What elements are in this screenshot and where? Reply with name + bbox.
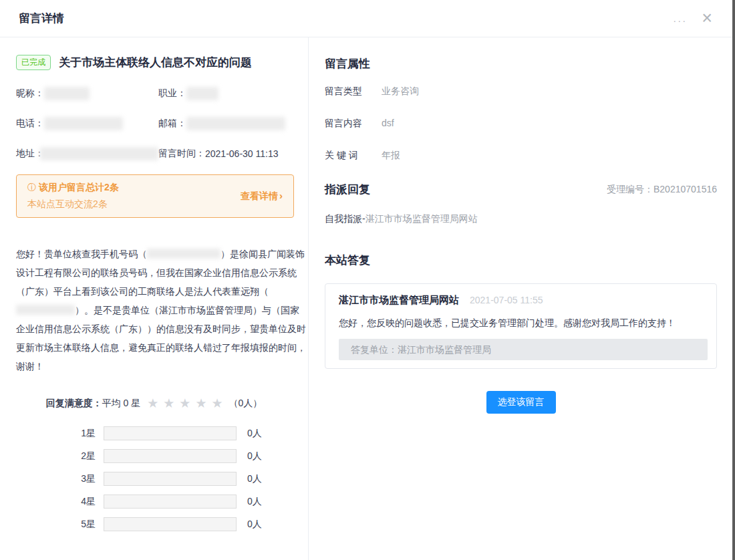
modal-header: 留言详情 ··· × (0, 0, 735, 37)
reply-timestamp: 2021-07-05 11:55 (470, 295, 543, 305)
rating-row-count: 0人 (247, 496, 262, 508)
notice-total-text: 该用户留言总计2条 (39, 182, 119, 192)
reply-unit: 答复单位：湛江市市场监督管理局 (339, 339, 708, 360)
rating-bar (104, 495, 237, 509)
star-icons: ★★★★★ (147, 396, 227, 410)
select-publish-button[interactable]: 选登该留言 (486, 391, 556, 414)
satisfaction-average: 平均 0 星 (102, 398, 141, 408)
rating-bar (104, 449, 237, 463)
notice-site-line: 本站点互动交流2条 (27, 198, 119, 211)
email-label: 邮箱： (158, 118, 186, 130)
sender-info-grid: 昵称： 职业： 电话： 邮箱： 地址： (16, 87, 292, 160)
info-icon: ⓘ (27, 182, 36, 192)
rating-row-count: 0人 (247, 450, 262, 462)
view-details-link[interactable]: 查看详情› (241, 190, 283, 202)
redacted-email (186, 117, 285, 130)
attribute-value: dsf (382, 118, 394, 130)
status-badge: 已完成 (16, 55, 51, 70)
assign-heading: 指派回复 (325, 182, 370, 197)
rating-row-count: 0人 (247, 473, 262, 485)
rating-row-count: 0人 (247, 519, 262, 531)
occupation-field: 职业： (158, 87, 292, 100)
chevron-right-icon: › (279, 190, 283, 201)
redacted-contact-inline (16, 305, 75, 315)
rating-row-4star: 4星 0人 (63, 495, 292, 509)
satisfaction-summary: 回复满意度：平均 0 星★★★★★（0人） (16, 396, 292, 411)
body-text: ）。是不是贵单位（湛江市市场监督管理局）与（国家企业信用信息公示系统（广东））的… (16, 305, 306, 372)
reply-panel: 留言属性 留言类型 业务咨询 留言内容 dsf 关 键 词 年报 指派回复 受理… (309, 37, 735, 560)
redacted-phone-inline (147, 249, 220, 259)
header-actions: ··· × (673, 9, 712, 27)
redacted-occupation (186, 87, 218, 100)
view-details-label: 查看详情 (241, 190, 278, 201)
attribute-row-keyword: 关 键 词 年报 (325, 150, 717, 162)
action-area: 选登该留言 (325, 391, 717, 414)
assignee-site: 湛江市市场监督管理局网站 (365, 213, 478, 224)
attribute-row-content: 留言内容 dsf (325, 118, 717, 130)
rating-row-1star: 1星 0人 (63, 426, 292, 440)
reply-card-header: 湛江市市场监督管理局网站 2021-07-05 11:55 (339, 294, 708, 307)
rating-row-label: 4星 (63, 496, 96, 508)
redacted-address (40, 147, 158, 160)
reply-heading: 本站答复 (325, 253, 717, 268)
reply-author: 湛江市市场监督管理局网站 (339, 294, 459, 307)
redacted-nickname (44, 87, 90, 100)
message-panel: 已完成 关于市场主体联络人信息不对应的问题 昵称： 职业： 电话： 邮箱： (0, 37, 309, 560)
rating-bar (104, 426, 237, 440)
more-icon[interactable]: ··· (673, 11, 687, 25)
rating-row-2star: 2星 0人 (63, 449, 292, 463)
occupation-label: 职业： (158, 88, 186, 100)
rating-row-label: 1星 (63, 428, 96, 440)
message-time-label: 留言时间： (158, 148, 205, 160)
message-detail-modal: 留言详情 ··· × 已完成 关于市场主体联络人信息不对应的问题 昵称： 职业： (0, 0, 735, 560)
address-field: 地址： (16, 147, 158, 160)
user-message-count-notice: ⓘ该用户留言总计2条 本站点互动交流2条 查看详情› (16, 174, 294, 218)
case-number: 受理编号：B20210701516 (607, 184, 717, 196)
attribute-label: 留言类型 (325, 86, 382, 98)
rating-row-count: 0人 (247, 428, 262, 440)
message-title: 关于市场主体联络人信息不对应的问题 (59, 55, 252, 70)
rating-row-3star: 3星 0人 (63, 472, 292, 486)
rating-row-label: 3星 (63, 473, 96, 485)
redacted-phone (44, 117, 123, 130)
page-title: 留言详情 (19, 11, 64, 26)
close-icon[interactable]: × (702, 9, 712, 27)
attributes-heading: 留言属性 (325, 56, 717, 72)
attribute-label: 留言内容 (325, 118, 382, 130)
email-field: 邮箱： (158, 117, 292, 130)
rating-bar (104, 472, 237, 486)
rating-row-label: 2星 (63, 450, 96, 462)
scrollbar[interactable] (732, 0, 735, 560)
attribute-value: 业务咨询 (382, 86, 419, 98)
rating-row-label: 5星 (63, 519, 96, 531)
assignee-prefix: 自我指派- (325, 213, 365, 224)
notice-text: ⓘ该用户留言总计2条 本站点互动交流2条 (27, 182, 119, 211)
rating-bar (104, 517, 237, 531)
attribute-value: 年报 (382, 150, 400, 162)
attribute-row-type: 留言类型 业务咨询 (325, 86, 717, 98)
rating-breakdown: 1星 0人 2星 0人 3星 0人 4星 0人 (16, 426, 292, 531)
nickname-label: 昵称： (16, 88, 44, 100)
phone-field: 电话： (16, 117, 158, 130)
nickname-field: 昵称： (16, 87, 158, 100)
assignee-line: 自我指派-湛江市市场监督管理局网站 (325, 213, 717, 225)
reply-card: 湛江市市场监督管理局网站 2021-07-05 11:55 您好，您反映的问题收… (325, 283, 717, 369)
message-time-value: 2021-06-30 11:13 (205, 148, 279, 159)
body-text: 您好！贵单位核查我手机号码（ (16, 249, 147, 259)
assign-heading-row: 指派回复 受理编号：B20210701516 (325, 182, 717, 197)
satisfaction-label: 回复满意度： (46, 398, 102, 408)
rating-row-5star: 5星 0人 (63, 517, 292, 531)
reply-body: 您好，您反映的问题收悉，已提交业务管理部门处理。感谢您对我局工作的支持！ (339, 317, 708, 329)
message-time-field: 留言时间： 2021-06-30 11:13 (158, 147, 292, 160)
attribute-label: 关 键 词 (325, 150, 382, 162)
phone-label: 电话： (16, 118, 44, 130)
modal-body: 已完成 关于市场主体联络人信息不对应的问题 昵称： 职业： 电话： 邮箱： (0, 37, 735, 560)
message-title-row: 已完成 关于市场主体联络人信息不对应的问题 (16, 55, 292, 70)
satisfaction-count: （0人） (229, 398, 262, 408)
message-body: 您好！贵单位核查我手机号码（）是徐闻县广闻装饰设计工程有限公司的联络员号码，但我… (16, 245, 307, 376)
notice-total-line: ⓘ该用户留言总计2条 (27, 182, 119, 194)
